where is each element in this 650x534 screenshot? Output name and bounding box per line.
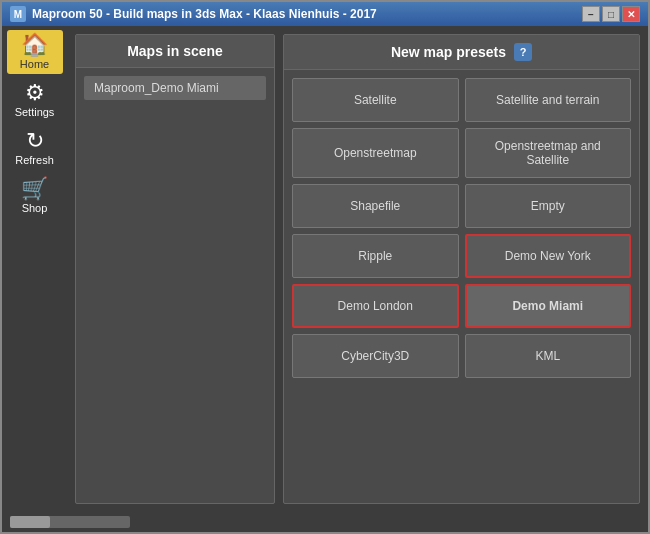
preset-openstreetmap[interactable]: Openstreetmap [292,128,459,178]
scene-item[interactable]: Maproom_Demo Miami [84,76,266,100]
preset-demo-london[interactable]: Demo London [292,284,459,328]
preset-satellite[interactable]: Satellite [292,78,459,122]
title-bar-controls: − □ ✕ [582,6,640,22]
close-button[interactable]: ✕ [622,6,640,22]
scrollbar-thumb[interactable] [10,516,50,528]
title-bar: M Maproom 50 - Build maps in 3ds Max - K… [2,2,648,26]
main-window: M Maproom 50 - Build maps in 3ds Max - K… [0,0,650,534]
preset-ripple[interactable]: Ripple [292,234,459,278]
minimize-button[interactable]: − [582,6,600,22]
preset-kml[interactable]: KML [465,334,632,378]
preset-empty[interactable]: Empty [465,184,632,228]
maximize-button[interactable]: □ [602,6,620,22]
presets-grid: Satellite Satellite and terrain Openstre… [284,70,639,386]
home-icon: 🏠 [21,34,48,56]
help-button[interactable]: ? [514,43,532,61]
shop-icon: 🛒 [21,178,48,200]
sidebar-item-shop[interactable]: 🛒 Shop [7,174,63,218]
preset-demo-miami[interactable]: Demo Miami [465,284,632,328]
preset-satellite-terrain[interactable]: Satellite and terrain [465,78,632,122]
window-title: Maproom 50 - Build maps in 3ds Max - Kla… [32,7,377,21]
maps-panel-body: Maproom_Demo Miami [76,68,274,503]
app-icon: M [10,6,26,22]
preset-demo-new-york[interactable]: Demo New York [465,234,632,278]
title-bar-left: M Maproom 50 - Build maps in 3ds Max - K… [10,6,377,22]
sidebar-shop-label: Shop [22,202,48,214]
presets-panel-title: New map presets [391,44,506,60]
preset-openstreetmap-satellite[interactable]: Openstreetmap and Satellite [465,128,632,178]
presets-panel-header: New map presets ? [284,35,639,70]
preset-cybercity3d[interactable]: CyberCity3D [292,334,459,378]
bottom-bar [2,512,648,532]
preset-shapefile[interactable]: Shapefile [292,184,459,228]
sidebar-item-home[interactable]: 🏠 Home [7,30,63,74]
main-content: 🏠 Home ⚙ Settings ↻ Refresh 🛒 Shop [2,26,648,512]
maps-panel-header: Maps in scene [76,35,274,68]
gear-icon: ⚙ [25,82,45,104]
sidebar: 🏠 Home ⚙ Settings ↻ Refresh 🛒 Shop [2,26,67,512]
refresh-icon: ↻ [26,130,44,152]
sidebar-item-settings[interactable]: ⚙ Settings [7,78,63,122]
sidebar-refresh-label: Refresh [15,154,54,166]
sidebar-item-refresh[interactable]: ↻ Refresh [7,126,63,170]
maps-panel-title: Maps in scene [127,43,223,59]
panels-row: Maps in scene Maproom_Demo Miami New map… [75,34,640,504]
content-area: Maps in scene Maproom_Demo Miami New map… [67,26,648,512]
presets-panel: New map presets ? Satellite Satellite an… [283,34,640,504]
sidebar-home-label: Home [20,58,49,70]
maps-panel: Maps in scene Maproom_Demo Miami [75,34,275,504]
scrollbar-track[interactable] [10,516,130,528]
sidebar-settings-label: Settings [15,106,55,118]
